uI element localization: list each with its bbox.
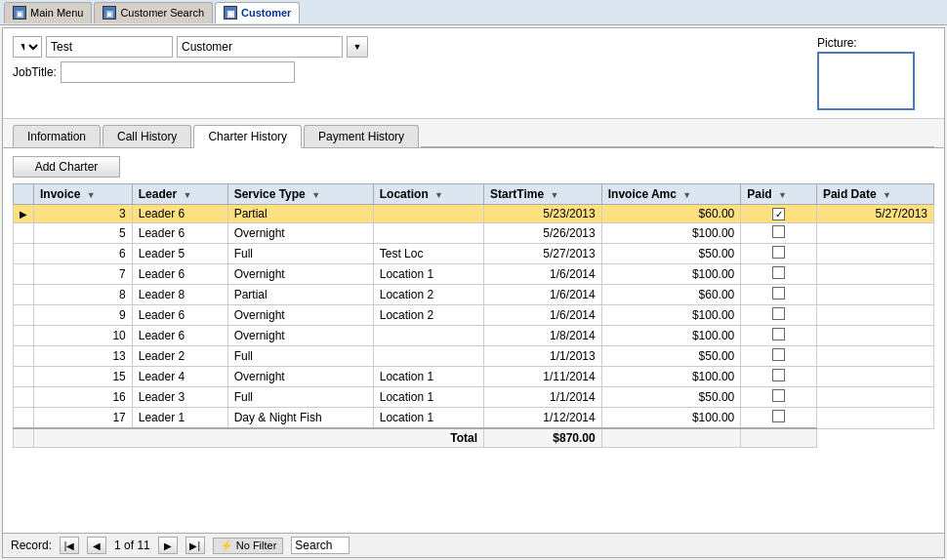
table-row[interactable]: 7Leader 6OvernightLocation 11/6/2014$100… — [14, 264, 934, 285]
tab-charter-history[interactable]: Charter History — [193, 125, 302, 148]
tab-main-menu[interactable]: ▣ Main Menu — [4, 2, 92, 23]
invoice-cell: 7 — [34, 264, 133, 285]
paid-cell[interactable] — [741, 205, 817, 223]
invoice-cell: 9 — [34, 305, 133, 326]
col-location[interactable]: Location ▼ — [373, 184, 483, 205]
service-type-sort-icon: ▼ — [311, 190, 320, 200]
nav-last-btn[interactable]: ▶| — [185, 537, 205, 554]
nav-first-btn[interactable]: |◀ — [60, 537, 79, 554]
table-row[interactable]: 16Leader 3FullLocation 11/1/2014$50.00 — [14, 387, 934, 408]
paid-cell[interactable] — [741, 264, 817, 285]
paid-cell[interactable] — [741, 223, 817, 244]
start-time-sort-icon: ▼ — [551, 190, 559, 200]
table-row[interactable]: ▶3Leader 6Partial5/23/2013$60.005/27/201… — [14, 205, 934, 223]
paid-date-cell — [816, 326, 933, 346]
paid-cell[interactable] — [741, 326, 817, 346]
start-time-cell: 1/12/2014 — [484, 408, 602, 429]
col-invoice[interactable]: Invoice ▼ — [34, 184, 133, 205]
col-paid-date[interactable]: Paid Date ▼ — [816, 184, 933, 205]
paid-checkbox[interactable] — [772, 328, 785, 340]
table-row[interactable]: 9Leader 6OvernightLocation 21/6/2014$100… — [14, 305, 934, 326]
col-service-type[interactable]: Service Type ▼ — [227, 184, 373, 205]
no-filter-btn[interactable]: ⚡ No Filter — [213, 538, 284, 554]
paid-checkbox[interactable] — [772, 307, 785, 320]
paid-checkbox[interactable] — [772, 287, 785, 300]
paid-checkbox[interactable] — [772, 369, 785, 381]
top-form: ▼ ▼ JobTitle: Picture: — [3, 28, 944, 119]
first-name-input[interactable] — [46, 36, 173, 58]
tab-information[interactable]: Information — [13, 125, 101, 147]
jobtitle-row: JobTitle: — [13, 61, 811, 83]
tab-payment-history[interactable]: Payment History — [304, 125, 419, 147]
current-record: 1 of 11 — [114, 539, 150, 552]
picture-label: Picture: — [817, 36, 857, 50]
tab-call-history[interactable]: Call History — [103, 125, 191, 147]
nav-next-btn[interactable]: ▶ — [158, 537, 178, 554]
col-invoice-amount[interactable]: Invoice Amc ▼ — [601, 184, 741, 205]
paid-cell[interactable] — [741, 285, 817, 305]
table-row[interactable]: 10Leader 6Overnight1/8/2014$100.00 — [14, 326, 934, 346]
paid-checkbox[interactable] — [772, 348, 785, 361]
jobtitle-input[interactable] — [61, 61, 295, 83]
paid-cell[interactable] — [741, 346, 817, 367]
row-indicator — [14, 387, 34, 408]
main-content: ▼ ▼ JobTitle: Picture: Information Call … — [2, 27, 945, 558]
invoice-amount-cell: $60.00 — [601, 285, 741, 305]
tab-customer[interactable]: ▣ Customer — [215, 2, 300, 23]
leader-cell: Leader 8 — [132, 285, 227, 305]
paid-checkbox[interactable] — [772, 389, 785, 402]
col-start-time[interactable]: StartTime ▼ — [484, 184, 602, 205]
start-time-cell: 5/27/2013 — [484, 244, 602, 264]
service-type-cell: Overnight — [227, 305, 373, 326]
last-name-input[interactable] — [177, 36, 343, 58]
add-charter-button[interactable]: Add Charter — [13, 156, 120, 178]
table-header-row: Invoice ▼ Leader ▼ Service Type ▼ Loca — [14, 184, 934, 205]
paid-date-cell — [816, 285, 933, 305]
name-row: ▼ ▼ — [13, 36, 811, 58]
table-row[interactable]: 5Leader 6Overnight5/26/2013$100.00 — [14, 223, 934, 244]
paid-cell[interactable] — [741, 305, 817, 326]
total-paid — [601, 428, 741, 448]
col-leader[interactable]: Leader ▼ — [132, 184, 227, 205]
name-dropdown-btn[interactable]: ▼ — [347, 36, 368, 58]
paid-checkbox[interactable] — [772, 225, 785, 238]
tab-customer-search[interactable]: ▣ Customer Search — [94, 2, 213, 23]
start-time-cell: 1/11/2014 — [484, 367, 602, 387]
start-time-cell: 1/8/2014 — [484, 326, 602, 346]
table-row[interactable]: 15Leader 4OvernightLocation 11/11/2014$1… — [14, 367, 934, 387]
paid-cell[interactable] — [741, 367, 817, 387]
invoice-amount-cell: $100.00 — [601, 264, 741, 285]
paid-date-cell — [816, 346, 933, 367]
location-cell: Test Loc — [373, 244, 483, 264]
invoice-amount-cell: $100.00 — [601, 305, 741, 326]
search-input[interactable] — [291, 537, 350, 554]
table-row[interactable]: 13Leader 2Full1/1/2013$50.00 — [14, 346, 934, 367]
paid-checkbox[interactable] — [772, 410, 785, 422]
main-menu-label: Main Menu — [30, 7, 83, 19]
title-dropdown[interactable]: ▼ — [13, 36, 42, 58]
row-indicator — [14, 305, 34, 326]
col-paid[interactable]: Paid ▼ — [741, 184, 817, 205]
service-type-cell: Full — [227, 346, 373, 367]
nav-prev-btn[interactable]: ◀ — [87, 537, 106, 554]
paid-cell[interactable] — [741, 408, 817, 429]
row-indicator — [14, 223, 34, 244]
leader-cell: Leader 6 — [132, 305, 227, 326]
table-row[interactable]: 8Leader 8PartialLocation 21/6/2014$60.00 — [14, 285, 934, 305]
location-cell — [373, 346, 483, 367]
invoice-sort-icon: ▼ — [87, 190, 96, 200]
table-scroll-area[interactable]: Invoice ▼ Leader ▼ Service Type ▼ Loca — [13, 183, 934, 448]
paid-checkbox[interactable] — [772, 266, 785, 279]
paid-cell[interactable] — [741, 387, 817, 408]
leader-cell: Leader 3 — [132, 387, 227, 408]
invoice-amount-cell: $50.00 — [601, 244, 741, 264]
paid-cell[interactable] — [741, 244, 817, 264]
table-row[interactable]: 17Leader 1Day & Night FishLocation 11/12… — [14, 408, 934, 429]
invoice-cell: 13 — [34, 346, 133, 367]
invoice-amount-cell: $100.00 — [601, 326, 741, 346]
paid-checkbox[interactable] — [772, 246, 785, 259]
charter-table: Invoice ▼ Leader ▼ Service Type ▼ Loca — [13, 183, 934, 448]
row-indicator — [14, 346, 34, 367]
table-row[interactable]: 6Leader 5FullTest Loc5/27/2013$50.00 — [14, 244, 934, 264]
paid-checkbox[interactable] — [772, 208, 785, 220]
